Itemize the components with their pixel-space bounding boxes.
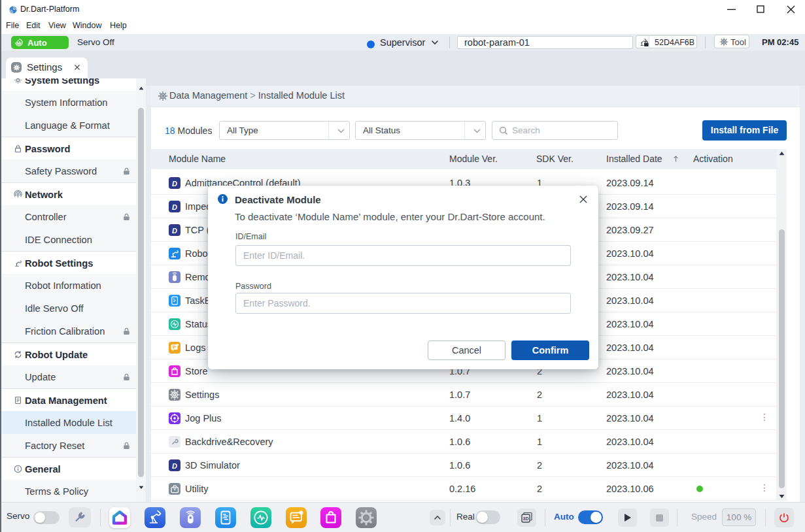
- svg-text:D: D: [172, 180, 177, 188]
- svg-text:3D: 3D: [523, 516, 529, 521]
- svg-text:D: D: [172, 227, 177, 235]
- svg-text:D: D: [172, 203, 177, 211]
- svg-text:D: D: [172, 462, 177, 470]
